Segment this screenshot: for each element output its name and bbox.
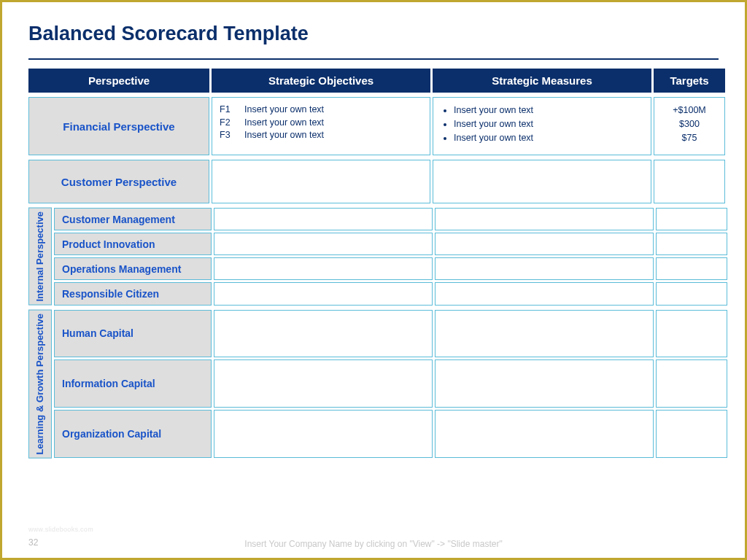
cell [435,208,654,230]
obj-key: F2 [220,117,236,130]
cell [214,233,433,255]
header-targets: Targets [654,69,725,93]
cell [214,310,433,358]
financial-perspective-label: Financial Perspective [28,97,209,155]
internal-vertical-label: Internal Perspective [28,208,52,306]
internal-sub-label: Product Innovation [54,233,212,255]
cell [656,233,727,255]
cell [435,257,654,280]
scorecard-top-grid: Perspective Strategic Objectives Strateg… [28,69,719,93]
header-objectives: Strategic Objectives [212,69,430,93]
watermark-text: www.slidebooks.com [28,526,93,533]
financial-objectives: F1Insert your own text F2Insert your own… [212,97,430,155]
cell [214,282,433,305]
cell [214,359,433,408]
cell [435,410,654,458]
cell [435,233,654,255]
footer-instruction: Insert Your Company Name by clicking on … [2,539,745,549]
title-divider [28,58,719,60]
learning-sub-label: Human Capital [54,310,212,358]
page-title: Balanced Scorecard Template [28,23,719,45]
financial-targets: +$100M $300 $75 [654,97,725,155]
learning-block: Learning & Growth Perspective Human Capi… [28,310,719,459]
customer-objectives [212,160,430,203]
customer-row: Customer Perspective [28,160,719,203]
cell [656,257,727,280]
cell [656,208,727,230]
obj-key: F1 [220,104,236,117]
cell [435,359,654,408]
internal-sub-label: Responsible Citizen [54,282,212,305]
target-value: $300 [657,117,721,131]
obj-key: F3 [220,129,236,142]
header-measures: Strategic Measures [433,69,651,93]
learning-vertical-label: Learning & Growth Perspective [28,310,52,459]
learning-sub-label: Information Capital [54,359,212,408]
internal-sub-label: Operations Management [54,257,212,280]
obj-text: Insert your own text [244,104,324,117]
customer-perspective-label: Customer Perspective [28,160,209,203]
cell [656,310,727,358]
cell [214,208,433,230]
learning-sub-label: Organization Capital [54,410,212,458]
internal-block: Internal Perspective Customer Management… [28,208,719,306]
cell [435,310,654,358]
obj-text: Insert your own text [244,129,324,142]
cell [435,282,654,305]
financial-row: Financial Perspective F1Insert your own … [28,97,719,155]
cell [214,410,433,458]
internal-sub-label: Customer Management [54,208,212,230]
measure-item: Insert your own text [454,131,643,145]
cell [656,410,727,458]
header-perspective: Perspective [28,69,209,93]
target-value: +$100M [657,104,721,117]
financial-measures: Insert your own text Insert your own tex… [433,97,651,155]
measure-item: Insert your own text [454,104,643,117]
customer-measures [433,160,651,203]
obj-text: Insert your own text [244,117,324,130]
cell [656,359,727,408]
target-value: $75 [657,131,721,145]
cell [214,257,433,280]
measure-item: Insert your own text [454,117,643,131]
cell [656,282,727,305]
customer-targets [654,160,725,203]
